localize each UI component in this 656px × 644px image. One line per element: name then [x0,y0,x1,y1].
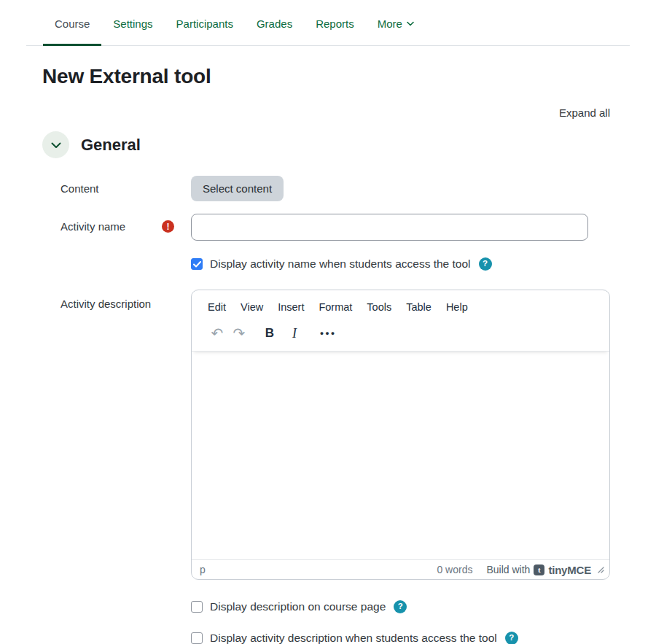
tinymce-editor: Edit View Insert Format Tools Table Help… [191,290,610,580]
tab-settings[interactable]: Settings [101,18,164,46]
display-activity-description-checkbox[interactable] [191,632,203,644]
element-path[interactable]: p [200,564,206,575]
menu-table[interactable]: Table [406,300,432,314]
more-tools-icon[interactable]: ●●● [317,324,339,343]
wordcount[interactable]: 0 words [437,564,472,575]
display-activity-name-checkbox[interactable] [191,258,203,270]
menu-edit[interactable]: Edit [208,300,226,314]
menu-format[interactable]: Format [319,300,352,314]
general-section-header: General [42,131,610,158]
tab-more[interactable]: More [366,18,426,46]
tab-course[interactable]: Course [43,18,101,46]
select-content-button[interactable]: Select content [191,176,284,201]
activity-name-input[interactable] [191,214,588,241]
editor-menubar: Edit View Insert Format Tools Table Help [192,290,609,319]
tab-grades-label: Grades [257,18,292,30]
tab-reports[interactable]: Reports [304,18,366,46]
editor-statusbar: p 0 words Build with t tinyMCE [192,559,609,579]
tab-course-label: Course [55,18,90,30]
resize-handle-icon[interactable] [597,566,604,573]
menu-help[interactable]: Help [446,300,468,314]
general-section-title: General [81,136,141,155]
tinymce-logo-icon: t [534,565,544,575]
tab-participants-label: Participants [176,18,233,30]
menu-tools[interactable]: Tools [367,300,391,314]
chevron-down-icon [407,21,414,26]
tab-reports-label: Reports [316,18,354,30]
display-description-label: Display description on course page [210,600,386,613]
display-description-checkbox[interactable] [191,601,203,613]
bold-icon[interactable]: B [259,324,281,343]
tab-participants[interactable]: Participants [165,18,245,46]
help-icon[interactable]: ? [505,632,518,644]
help-icon[interactable]: ? [479,257,492,271]
collapse-general-button[interactable] [42,131,69,158]
editor-toolbar: ↶ ↷ B I ●●● [192,319,609,352]
undo-icon[interactable]: ↶ [206,324,228,343]
display-activity-description-label: Display activity description when studen… [210,632,497,644]
tab-more-label: More [378,18,402,30]
italic-icon[interactable]: I [284,324,305,343]
tab-settings-label: Settings [113,18,152,30]
required-field-icon: ! [162,220,174,233]
tinymce-branding[interactable]: Build with t tinyMCE [486,564,591,576]
chevron-down-icon [51,139,61,152]
activity-description-label: Activity description [60,298,151,310]
tab-grades[interactable]: Grades [245,18,304,46]
redo-icon[interactable]: ↷ [228,324,250,343]
expand-all-link[interactable]: Expand all [559,106,610,119]
activity-name-label: Activity name [60,220,125,233]
help-icon[interactable]: ? [394,600,407,613]
editor-content-area[interactable] [192,352,609,559]
check-icon [193,257,201,271]
page-title: New External tool [42,65,610,88]
brand-name: tinyMCE [548,564,591,576]
brand-prefix: Build with [486,564,530,575]
menu-view[interactable]: View [241,300,263,314]
content-label: Content [60,182,99,195]
course-nav: Course Settings Participants Grades Repo… [26,0,630,46]
display-activity-name-label: Display activity name when students acce… [210,257,471,271]
menu-insert[interactable]: Insert [278,300,304,314]
